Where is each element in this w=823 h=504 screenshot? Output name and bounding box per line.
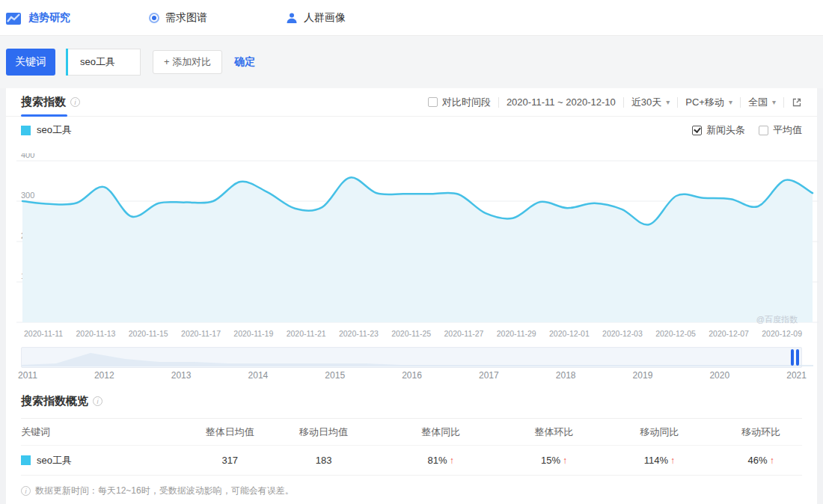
chevron-down-icon: ▾ [729,98,732,106]
export-icon[interactable] [792,97,802,108]
footnote-text: 数据更新时间：每天12~16时，受数据波动影响，可能会有误差。 [35,485,294,497]
keyword-button[interactable]: 关键词 [6,49,55,76]
info-icon[interactable]: i [70,97,80,107]
compare-period-checkbox[interactable]: 对比时间段 [428,96,491,109]
region-value: 全国 [748,96,768,109]
row-mom-mobile: 46%↑ [720,455,802,466]
average-checkbox[interactable]: 平均值 [759,123,802,137]
device-dropdown[interactable]: PC+移动 ▾ [685,96,732,109]
chart-filters: 对比时间段 2020-11-11 ~ 2020-12-10 近30天 ▾ PC+… [428,96,802,109]
keyword-bar: 关键词 + 添加对比 确定 [0,36,823,88]
row-mom-all: 15%↑ [509,455,599,466]
divider [783,97,784,108]
table-row[interactable]: seo工具 317 183 81%↑ 15%↑ 114%↑ 46%↑ [21,446,802,476]
checkbox-icon[interactable] [428,97,438,107]
person-icon [286,12,298,24]
trend-up-icon: ↑ [563,455,567,466]
footnote: i 数据更新时间：每天12~16时，受数据波动影响，可能会有误差。 [6,476,817,504]
legend-swatch [21,126,31,135]
trend-tab[interactable]: 搜索指数 i [21,88,80,116]
info-icon: i [21,486,31,496]
baidu-index-app: 趋势研究 需求图谱 人群画像 关键词 + 添加对比 确定 搜索指数 i [0,0,823,504]
col-mom-mobile: 移动环比 [720,425,802,439]
nav-label: 趋势研究 [28,11,70,25]
row-avg-all: 317 [185,455,275,466]
trend-panel-header: 搜索指数 i 对比时间段 2020-11-11 ~ 2020-12-10 近30… [6,88,817,117]
nav-crowd-portrait[interactable]: 人群画像 [286,11,346,25]
overview-section: 搜索指数概览 i 关键词 整体日均值 移动日均值 整体同比 整体环比 移动同比 … [6,381,817,476]
row-legend-swatch [21,455,31,465]
x-axis-labels: 2020-11-112020-11-132020-11-152020-11-17… [6,327,817,338]
trend-chart[interactable]: 100200300400 @百度指数 [16,153,807,327]
trend-up-icon: ↑ [770,455,774,466]
nav-trend-research[interactable]: 趋势研究 [6,11,70,25]
news-headlines-label: 新闻头条 [706,123,745,137]
col-mom-all: 整体环比 [509,425,599,439]
divider [498,97,499,108]
radar-dot-icon [149,13,159,23]
panel-title: 搜索指数 [21,95,66,109]
slider-handle[interactable] [791,349,799,366]
divider [623,97,624,108]
slider-year-labels: 2011201220132014201520162017201820192020… [18,370,807,381]
trend-line-chart: 100200300400 [16,153,819,327]
device-value: PC+移动 [685,96,724,109]
col-yoy-all: 整体同比 [373,425,510,439]
legend-row: seo工具 新闻头条 平均值 [6,117,817,144]
nav-label: 需求图谱 [165,11,207,25]
divider [677,97,678,108]
time-range-dropdown[interactable]: 近30天 ▾ [631,96,670,109]
keyword-input[interactable] [68,49,141,76]
svg-text:300: 300 [21,191,34,200]
compare-period-label: 对比时间段 [442,96,491,109]
col-yoy-mobile: 移动同比 [599,425,720,439]
trend-up-icon: ↑ [450,455,454,466]
region-dropdown[interactable]: 全国 ▾ [748,96,776,109]
slider-sparkline [22,348,813,367]
date-range[interactable]: 2020-11-11 ~ 2020-12-10 [507,96,616,108]
svg-text:400: 400 [21,153,34,159]
nav-label: 人群画像 [304,11,346,25]
chart-toggles: 新闻头条 平均值 [692,123,802,137]
time-range-slider[interactable] [21,347,802,368]
col-keyword: 关键词 [21,425,185,439]
news-headlines-checkbox[interactable]: 新闻头条 [692,123,745,137]
divider [740,97,741,108]
trend-chart-icon [6,11,22,25]
overview-title: 搜索指数概览 [21,394,88,408]
table-header: 关键词 整体日均值 移动日均值 整体同比 整体环比 移动同比 移动环比 [21,419,802,446]
main-panel: 搜索指数 i 对比时间段 2020-11-11 ~ 2020-12-10 近30… [6,88,817,504]
col-avg-all: 整体日均值 [185,425,275,439]
checkbox-icon[interactable] [759,126,768,135]
watermark: @百度指数 [756,314,798,325]
confirm-button[interactable]: 确定 [234,55,255,69]
row-keyword: seo工具 [37,454,72,467]
col-avg-mobile: 移动日均值 [275,425,373,439]
average-label: 平均值 [773,123,802,137]
row-yoy-mobile: 114%↑ [599,455,720,466]
top-nav: 趋势研究 需求图谱 人群画像 [0,0,823,36]
checkbox-checked-icon[interactable] [692,126,702,135]
info-icon[interactable]: i [93,396,103,406]
series-legend: seo工具 [21,123,72,137]
chevron-down-icon: ▾ [666,98,670,106]
chevron-down-icon: ▾ [772,98,776,106]
keyword-input-wrap [66,49,141,76]
legend-label: seo工具 [37,123,72,137]
row-avg-mobile: 183 [275,455,373,466]
trend-up-icon: ↑ [670,455,675,466]
row-yoy-all: 81%↑ [373,455,510,466]
active-tab-indicator [21,114,67,117]
time-range-value: 近30天 [631,96,661,109]
add-compare-button[interactable]: + 添加对比 [153,50,222,74]
nav-demand-map[interactable]: 需求图谱 [149,11,207,25]
